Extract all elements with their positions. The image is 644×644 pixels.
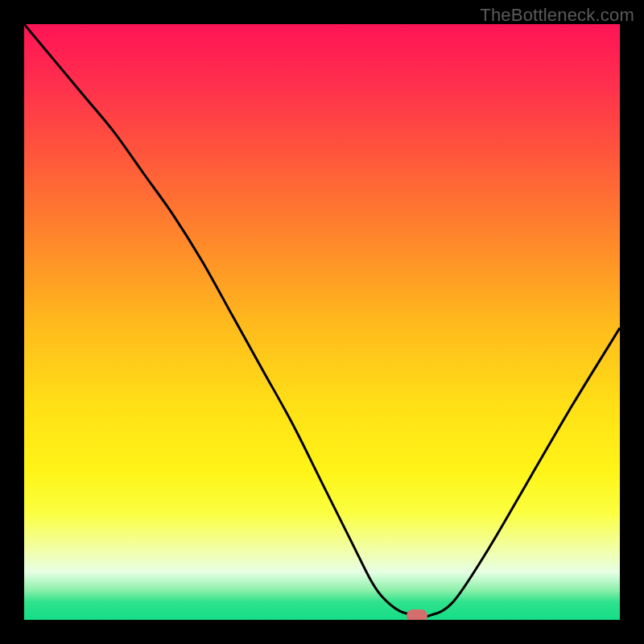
min-marker <box>407 609 427 620</box>
watermark-text: TheBottleneck.com <box>480 5 634 26</box>
chart-frame: TheBottleneck.com <box>0 0 644 644</box>
plot-area <box>24 24 620 620</box>
bottleneck-curve <box>24 24 620 617</box>
curve-svg <box>24 24 620 620</box>
